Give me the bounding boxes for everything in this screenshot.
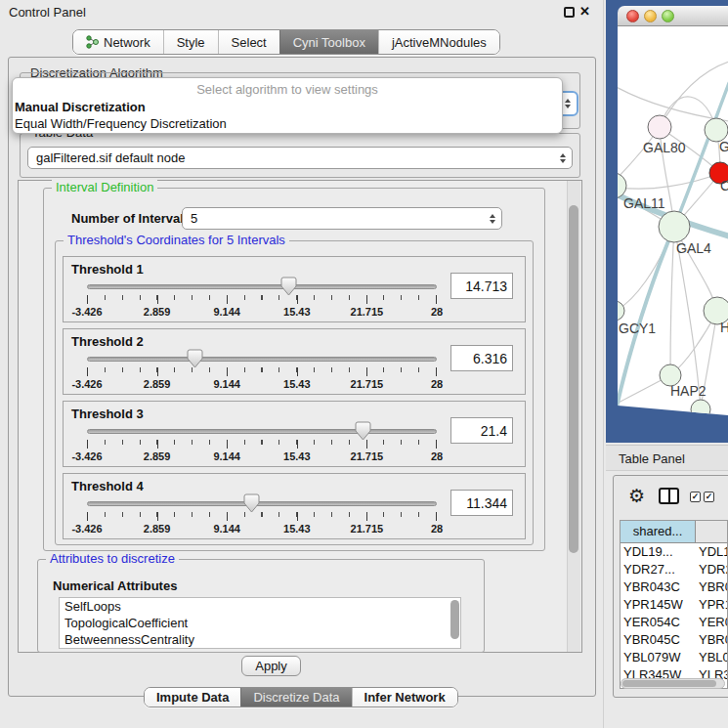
tab-cyni-toolbox[interactable]: Cyni Toolbox <box>279 30 378 54</box>
threshold-1-panel: Threshold 1 -3.4262.8599.14415.4321.7152… <box>63 256 526 322</box>
bottom-tab-bar: Impute Data Discretize Data Infer Networ… <box>144 687 458 707</box>
list-item[interactable]: SelfLoops <box>60 598 460 615</box>
network-view-canvas[interactable]: GAL80 GA GAL11 C GAL4 GCY1 H HAP2 <box>618 26 728 415</box>
slider-tick-labels: -3.4262.8599.14415.4321.71528 <box>87 523 437 536</box>
thresholds-group-label: Threshold's Coordinates for 5 Intervals <box>64 233 289 247</box>
tab-label: Cyni Toolbox <box>293 35 365 50</box>
table-row[interactable]: YDL19...YDL1 <box>621 543 727 561</box>
interval-group-label: Interval Definition <box>52 180 157 194</box>
node-label: C <box>720 178 728 193</box>
threshold-3-value-field[interactable]: 21.4 <box>450 417 513 444</box>
node-label: GAL4 <box>676 240 711 256</box>
num-intervals-label: Number of Intervals <box>71 211 191 226</box>
table-hscrollbar-thumb[interactable] <box>622 680 716 687</box>
control-panel: Control Panel ✕ Network Style Select Cyn… <box>0 0 604 728</box>
numerical-attributes-label: Numerical Attributes <box>53 578 177 593</box>
table-row[interactable]: YBL079WYBL0 <box>621 649 727 666</box>
node-label: GAL80 <box>643 140 686 155</box>
column-header-name[interactable]: n <box>696 521 728 543</box>
combo-arrows-icon <box>560 153 566 163</box>
slider-ticks <box>87 295 437 305</box>
tab-label: Impute Data <box>156 690 229 705</box>
tab-discretize-data[interactable]: Discretize Data <box>240 688 351 707</box>
slider-ticks <box>87 512 437 522</box>
num-intervals-combobox[interactable]: 5 <box>182 207 502 230</box>
threshold-3-label: Threshold 3 <box>71 407 144 421</box>
threshold-4-label: Threshold 4 <box>71 479 144 493</box>
table-panel-title: Table Panel <box>619 451 685 466</box>
tab-label: jActiveMNodules <box>392 35 487 50</box>
table-row[interactable]: YPR145WYPR1 <box>621 596 727 614</box>
tab-infer-network[interactable]: Infer Network <box>352 688 457 707</box>
node-label: HAP2 <box>670 383 707 399</box>
table-panel-toolbar: ⚙ ✓ ✓ <box>613 481 728 514</box>
checkbox-icon[interactable]: ✓ <box>690 492 701 502</box>
tab-network[interactable]: Network <box>73 30 163 54</box>
dropdown-prompt: Select algorithm to view settings <box>13 82 562 99</box>
network-graph: GAL80 GA GAL11 C GAL4 GCY1 H HAP2 <box>618 26 728 415</box>
zoom-traffic-light-icon[interactable] <box>662 10 674 22</box>
tab-label: Network <box>104 35 150 50</box>
node-gcy1[interactable] <box>618 301 624 321</box>
close-traffic-light-icon[interactable] <box>626 10 639 22</box>
node-gal80[interactable] <box>648 115 671 139</box>
list-scrollbar-thumb[interactable] <box>450 600 459 639</box>
threshold-1-label: Threshold 1 <box>71 262 144 277</box>
threshold-1-slider[interactable]: -3.4262.8599.14415.4321.71528 <box>87 280 437 321</box>
node-label: GA <box>719 139 728 154</box>
tab-select[interactable]: Select <box>218 30 279 54</box>
slider-track[interactable] <box>87 357 437 362</box>
tab-impute-data[interactable]: Impute Data <box>145 688 240 707</box>
threshold-3-slider[interactable]: -3.4262.8599.14415.4321.71528 <box>87 425 437 466</box>
tab-style[interactable]: Style <box>163 30 218 54</box>
threshold-3-panel: Threshold 3 -3.4262.8599.14415.4321.7152… <box>63 401 526 467</box>
threshold-2-panel: Threshold 2 -3.4262.8599.14415.4321.7152… <box>63 328 526 395</box>
float-window-icon[interactable] <box>564 7 575 18</box>
minimize-traffic-light-icon[interactable] <box>644 10 657 22</box>
network-window-titlebar[interactable] <box>618 6 728 26</box>
attributes-list[interactable]: SelfLoops TopologicalCoefficient Between… <box>59 597 461 649</box>
slider-ticks <box>87 367 437 377</box>
threshold-4-value-field[interactable]: 11.344 <box>450 490 513 516</box>
table-header-row: shared... n <box>621 521 727 543</box>
table-row[interactable]: YER054CYER0 <box>621 614 727 631</box>
node-label: H <box>720 320 728 335</box>
threshold-1-value-field[interactable]: 14.713 <box>450 273 513 299</box>
threshold-4-slider[interactable]: -3.4262.8599.14415.4321.71528 <box>87 497 437 538</box>
panel-scrollbar-thumb[interactable] <box>569 205 578 553</box>
column-header-shared-name[interactable]: shared... <box>621 521 696 543</box>
table-row[interactable]: YBR043CYBR0 <box>621 578 727 596</box>
dropdown-option-manual[interactable]: Manual Discretization <box>13 99 562 115</box>
threshold-2-value-field[interactable]: 6.316 <box>450 345 513 371</box>
control-panel-titlebar: Control Panel ✕ <box>0 0 603 23</box>
tab-jactivemnodules[interactable]: jActiveMNodules <box>378 30 499 54</box>
node-attribute-table[interactable]: shared... n YDL19...YDL1 YDR27...YDR2 YB… <box>620 520 728 689</box>
close-icon[interactable]: ✕ <box>579 4 590 19</box>
split-columns-icon[interactable] <box>659 488 679 504</box>
tab-label: Infer Network <box>364 690 446 705</box>
top-tab-bar: Network Style Select Cyni Toolbox jActiv… <box>72 29 500 55</box>
slider-track[interactable] <box>87 501 437 506</box>
attributes-group-label: Attributes to discretize <box>46 551 179 566</box>
table-data-combobox[interactable]: galFiltered.sif default node <box>27 147 573 169</box>
slider-track[interactable] <box>87 429 437 434</box>
apply-button[interactable]: Apply <box>241 656 301 676</box>
network-icon <box>86 35 99 49</box>
table-hscrollbar-track[interactable] <box>621 678 725 689</box>
list-item[interactable]: BetweennessCentrality <box>60 631 460 648</box>
slider-track[interactable] <box>87 284 437 289</box>
dropdown-option-equal-width[interactable]: Equal Width/Frequency Discretization <box>13 115 562 132</box>
slider-tick-labels: -3.4262.8599.14415.4321.71528 <box>87 306 437 320</box>
node-gal4[interactable] <box>659 211 690 242</box>
table-row[interactable]: YDR27...YDR2 <box>621 561 727 578</box>
gear-icon[interactable]: ⚙ <box>628 485 645 507</box>
tab-label: Select <box>232 35 267 50</box>
combo-arrows-icon <box>490 214 495 224</box>
tab-label: Discretize Data <box>253 690 339 705</box>
combo-arrows-icon <box>565 99 571 108</box>
list-item[interactable]: TopologicalCoefficient <box>60 615 460 631</box>
slider-tick-labels: -3.4262.8599.14415.4321.71528 <box>87 378 437 392</box>
checkbox-icon[interactable]: ✓ <box>704 492 714 502</box>
threshold-2-slider[interactable]: -3.4262.8599.14415.4321.71528 <box>87 353 437 394</box>
table-row[interactable]: YBR045CYBR0 <box>621 631 727 649</box>
